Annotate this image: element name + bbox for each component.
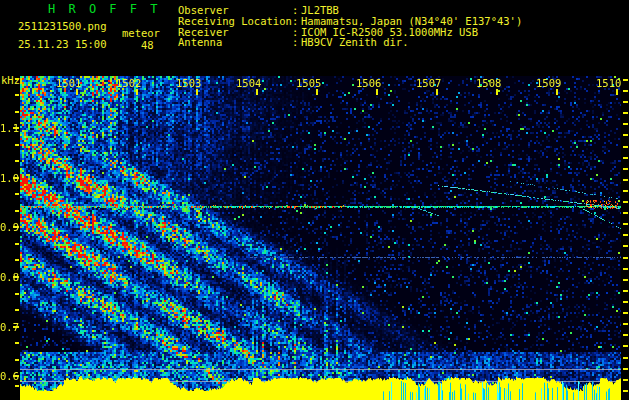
y-axis-tick-right <box>623 79 628 81</box>
y-axis-tick-right <box>623 279 628 281</box>
y-axis-tick-right <box>623 223 628 225</box>
colon: : <box>292 37 301 48</box>
y-axis-label: 1.0 <box>0 172 14 184</box>
y-axis-tick-right <box>623 234 628 236</box>
station-info: Observer:JL2TBB Receiving Location:Hamam… <box>178 5 522 48</box>
y-axis-tick-right <box>623 268 628 270</box>
y-axis-tick-right <box>623 90 628 92</box>
y-axis-tick <box>13 177 19 179</box>
y-axis-tick-right <box>623 379 628 381</box>
y-axis-tick-right <box>623 312 628 314</box>
y-axis-tick-right <box>623 123 628 125</box>
y-axis-tick <box>15 111 19 113</box>
app-title: H R O F F T <box>48 2 160 16</box>
y-axis-tick <box>15 243 19 245</box>
y-axis-tick <box>15 210 19 212</box>
colon: : <box>292 16 301 27</box>
y-axis-tick <box>13 326 19 328</box>
output-filename: 2511231500.png <box>18 20 107 32</box>
y-axis-unit-label: kHz <box>1 74 20 86</box>
info-label: Receiving Location <box>178 16 292 27</box>
y-axis-tick-right <box>623 168 628 170</box>
y-axis-tick <box>15 342 19 344</box>
y-axis-tick-right <box>623 190 628 192</box>
y-axis-tick <box>13 276 19 278</box>
y-axis-tick-right <box>623 201 628 203</box>
y-axis-tick-right <box>623 134 628 136</box>
y-axis-label: 1.1 <box>0 122 14 134</box>
y-axis-tick-right <box>623 301 628 303</box>
y-axis-tick <box>15 193 19 195</box>
y-axis-tick-right <box>623 390 628 392</box>
y-axis-tick <box>15 160 19 162</box>
y-axis-tick-right <box>623 146 628 148</box>
y-axis-tick <box>15 359 19 361</box>
mode-label: meteor <box>122 27 160 39</box>
y-axis-tick-right <box>623 245 628 247</box>
y-axis-tick-right <box>623 257 628 259</box>
y-axis-tick-right <box>623 112 628 114</box>
info-label: Antenna <box>178 37 292 48</box>
y-axis-tick-right <box>623 212 628 214</box>
y-axis-label: 0.9 <box>0 221 14 233</box>
y-axis-tick-right <box>623 101 628 103</box>
y-axis-label: 0.8 <box>0 271 14 283</box>
echo-count: 48 <box>141 39 154 51</box>
y-axis-tick-right <box>623 345 628 347</box>
y-axis-tick <box>15 259 19 261</box>
y-axis-tick <box>15 385 19 387</box>
y-axis-tick <box>13 127 19 129</box>
spectrogram-heatmap <box>20 76 621 400</box>
y-axis-tick-right <box>623 368 628 370</box>
y-axis-tick <box>15 94 19 96</box>
y-axis-tick-right <box>623 357 628 359</box>
y-axis-tick-right <box>623 323 628 325</box>
y-axis-tick <box>15 144 19 146</box>
y-axis-tick <box>15 309 19 311</box>
y-axis-tick-right <box>623 334 628 336</box>
y-axis-tick <box>13 375 19 377</box>
y-axis-tick-right <box>623 157 628 159</box>
y-axis-label: 0.6 <box>0 370 14 382</box>
y-axis-tick <box>13 226 19 228</box>
y-axis-label: 0.7 <box>0 321 14 333</box>
hrofft-output-image: H R O F F T 2511231500.png meteor 25.11.… <box>0 0 629 400</box>
y-axis-tick-right <box>623 179 628 181</box>
y-axis-tick <box>15 293 19 295</box>
info-value: HB9CV Zenith dir. <box>301 36 408 48</box>
y-axis-tick-right <box>623 290 628 292</box>
timestamp: 25.11.23 15:00 <box>18 38 107 50</box>
info-row-antenna: Antenna:HB9CV Zenith dir. <box>178 37 522 48</box>
